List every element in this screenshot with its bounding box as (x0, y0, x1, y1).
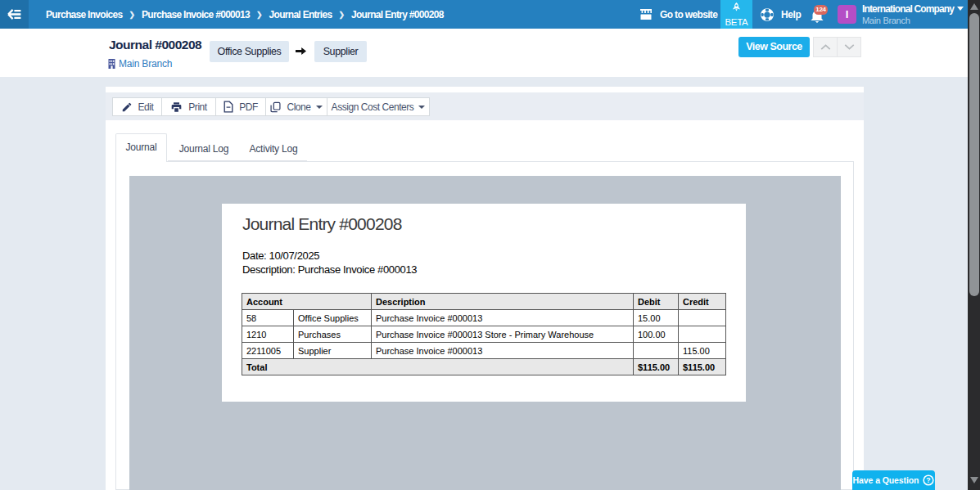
svg-text:?: ? (927, 476, 931, 484)
